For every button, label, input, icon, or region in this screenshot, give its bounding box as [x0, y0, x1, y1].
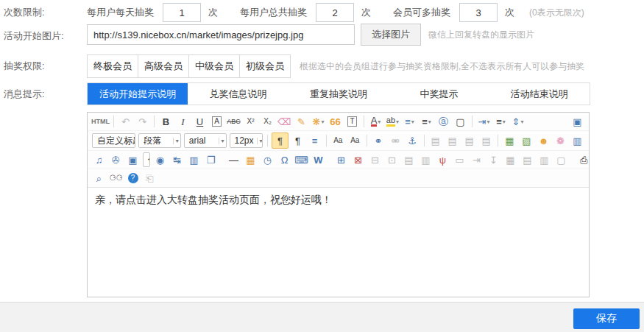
media-icon[interactable]: ▥: [570, 133, 585, 148]
format-brush-icon[interactable]: ✎: [294, 114, 309, 129]
remove-format-icon[interactable]: ⌫: [277, 114, 292, 129]
delete-row-icon[interactable]: ▤: [520, 152, 535, 167]
per-day-input[interactable]: [163, 3, 201, 22]
indent-icon[interactable]: ⇥▾: [476, 114, 492, 129]
paste-as-text-icon[interactable]: T: [344, 114, 360, 129]
merge-cells-icon[interactable]: ▦: [503, 152, 518, 167]
member-group-button[interactable]: 初级会员: [239, 54, 291, 78]
insert-code-icon[interactable]: ◉: [152, 152, 168, 167]
new-document-icon[interactable]: ▢: [453, 114, 468, 129]
unordered-list-icon[interactable]: ≡▾: [419, 114, 434, 129]
blockquote-icon[interactable]: 66: [328, 114, 343, 129]
font-color-icon[interactable]: A▾: [368, 114, 383, 129]
fullscreen-icon[interactable]: ▣: [570, 114, 585, 129]
page-template-icon[interactable]: ▢: [553, 152, 569, 167]
ltr-paragraph-icon[interactable]: ¶: [272, 133, 289, 149]
editor-content[interactable]: 亲，请点击进入大转盘抽奖活动页面，祝您好运哦！: [88, 188, 589, 297]
map-icon[interactable]: ⌨: [294, 152, 309, 167]
border-text-icon[interactable]: A: [209, 114, 224, 129]
line-height-icon[interactable]: ⇕▾: [510, 114, 526, 129]
multi-image-icon[interactable]: ▧: [519, 133, 534, 148]
member-group-button[interactable]: 中级会员: [188, 54, 240, 78]
save-button[interactable]: 保存: [573, 308, 640, 329]
font-size-select[interactable]: 12px▾: [230, 133, 263, 148]
insert-row-below-icon[interactable]: ↧: [486, 152, 501, 167]
insert-row-icon[interactable]: ▤: [401, 152, 417, 167]
message-tab-bar: 活动开始提示说明兑奖信息说明重复抽奖说明中奖提示活动结束说明: [87, 82, 590, 105]
hr-icon[interactable]: —: [226, 152, 241, 167]
attachment-icon[interactable]: ✇: [108, 152, 124, 167]
highlight-color-icon[interactable]: ab▾: [385, 114, 400, 129]
image-align-right-icon[interactable]: ▤: [461, 133, 477, 148]
message-tab[interactable]: 活动开始提示说明: [88, 83, 188, 105]
strikethrough-icon[interactable]: ABC: [226, 114, 241, 129]
flash-icon[interactable]: ▣: [125, 152, 141, 167]
music-icon[interactable]: ♫: [91, 152, 107, 167]
bold-icon[interactable]: B: [158, 114, 174, 129]
time-icon[interactable]: ◷: [260, 152, 275, 167]
image-align-left-icon[interactable]: ▤: [428, 133, 443, 148]
delete-table-icon[interactable]: ⊠: [350, 152, 366, 167]
start-image-row: 选择图片 微信上回复转盘的显示图片: [87, 24, 534, 46]
member-group-button[interactable]: 终极会员: [87, 54, 138, 78]
image-align-none-icon[interactable]: ▤: [478, 133, 494, 148]
unlink-icon[interactable]: ⚮: [388, 133, 403, 148]
message-tab[interactable]: 兑奖信息说明: [188, 83, 288, 105]
special-char-icon[interactable]: Ω: [277, 152, 292, 167]
undo-icon[interactable]: ↶: [118, 114, 133, 129]
subscript-icon[interactable]: X₂: [260, 114, 275, 129]
word-import-icon[interactable]: W: [311, 152, 326, 167]
find-replace-icon[interactable]: ⚆⚆: [108, 171, 124, 186]
table-frame-icon[interactable]: ▭: [452, 152, 467, 167]
code-language-select[interactable]: 代码语言▾: [143, 152, 150, 167]
style-select[interactable]: 自定义标题▾: [92, 133, 135, 148]
columns-icon[interactable]: ▥: [186, 152, 202, 167]
text-indent-icon[interactable]: ≡: [307, 133, 322, 148]
choose-image-button[interactable]: 选择图片: [361, 24, 421, 46]
total-input[interactable]: [316, 3, 354, 22]
link-icon[interactable]: ⚭: [371, 133, 386, 148]
pagebreak-icon[interactable]: ↹: [169, 152, 185, 167]
to-uppercase-icon[interactable]: Aa: [330, 133, 346, 148]
circle-list-icon[interactable]: ⓐ: [436, 114, 451, 129]
per-day-label: 每用户每天抽奖: [87, 6, 154, 19]
source-code-button[interactable]: HTML: [91, 114, 110, 129]
member-group-button[interactable]: 高级会员: [138, 54, 189, 78]
ordered-list-icon[interactable]: ≡▾: [402, 114, 417, 129]
quick-format-icon[interactable]: ❋▾: [311, 114, 326, 129]
italic-icon[interactable]: I: [175, 114, 191, 129]
superscript-icon[interactable]: X²: [243, 114, 258, 129]
insert-column-icon[interactable]: ▥: [418, 152, 434, 167]
preview-icon[interactable]: ⌕: [91, 171, 107, 186]
table-properties-icon[interactable]: ⊟: [367, 152, 383, 167]
paste-icon[interactable]: ⎗: [142, 171, 158, 186]
insert-table-icon[interactable]: ⊞: [333, 152, 349, 167]
cell-properties-icon[interactable]: ⊡: [384, 152, 400, 167]
alignment-icon[interactable]: ≡▾: [493, 114, 509, 129]
paragraph-select[interactable]: 段落▾: [138, 133, 181, 148]
anchor-icon[interactable]: ⚓: [405, 133, 420, 148]
font-family-select[interactable]: arial▾: [184, 133, 227, 148]
message-tab[interactable]: 中奖提示: [389, 83, 489, 105]
help-icon[interactable]: ?: [125, 171, 141, 186]
delete-column-icon[interactable]: ▥: [537, 152, 552, 167]
toolbar-separator: [472, 116, 473, 127]
to-lowercase-icon[interactable]: Aa: [347, 133, 363, 148]
underline-icon[interactable]: U: [192, 114, 208, 129]
member-extra-input[interactable]: [459, 3, 498, 22]
scrawl-icon[interactable]: ❁: [553, 133, 568, 148]
insert-image-icon[interactable]: ▦: [502, 133, 517, 148]
split-cell-icon[interactable]: ψ: [435, 152, 450, 167]
image-url-input[interactable]: [87, 24, 355, 45]
insert-column-right-icon[interactable]: ⇥: [469, 152, 484, 167]
rtl-paragraph-icon[interactable]: ¶: [290, 133, 305, 148]
print-icon[interactable]: ⎙: [576, 152, 592, 167]
image-align-center-icon[interactable]: ▤: [445, 133, 460, 148]
message-tab[interactable]: 重复抽奖说明: [289, 83, 389, 105]
date-icon[interactable]: ▦: [243, 152, 258, 167]
redo-icon[interactable]: ↷: [135, 114, 150, 129]
emoticon-icon[interactable]: ☻: [536, 133, 551, 148]
message-tab[interactable]: 活动结束说明: [489, 83, 590, 105]
form-footer: 保存: [0, 302, 644, 332]
snapshot-icon[interactable]: ❐: [203, 152, 219, 167]
